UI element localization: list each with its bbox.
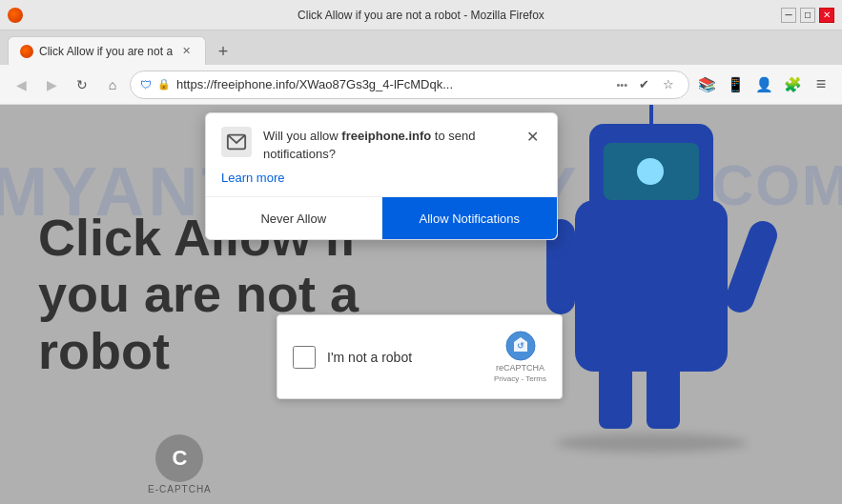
notification-popup: Will you allow freeiphone.info to send n…	[205, 112, 558, 240]
ecaptcha-logo: C E-CAPTCHA	[148, 434, 212, 494]
recaptcha-label: I'm not a robot	[327, 350, 483, 365]
shield-verify-button[interactable]: ✔	[633, 74, 654, 95]
tab-favicon	[20, 45, 33, 58]
bookmarks-button[interactable]: 📚	[693, 71, 720, 98]
notification-icon	[221, 127, 252, 157]
svg-text:↺: ↺	[517, 341, 524, 351]
security-shield-icon: 🛡	[140, 78, 152, 91]
bookmark-button[interactable]: ☆	[658, 74, 679, 95]
maximize-button[interactable]: □	[800, 8, 815, 23]
tab-close-button[interactable]: ✕	[178, 44, 194, 59]
minimize-button[interactable]: ─	[781, 8, 796, 23]
notification-title: Will you allow freeiphone.info to send n…	[263, 129, 476, 161]
title-bar: Click Allow if you are not a robot - Moz…	[0, 0, 842, 30]
browser-icon	[8, 8, 23, 23]
recaptcha-logo-icon: ↺	[505, 331, 536, 361]
nav-right-actions: 📚 📱 👤 🧩 ≡	[693, 71, 834, 98]
synced-tabs-button[interactable]: 📱	[722, 71, 749, 98]
active-tab[interactable]: Click Allow if you are not a ✕	[8, 36, 206, 65]
robot-leg-right	[647, 362, 680, 429]
ecaptcha-label: E-CAPTCHA	[148, 484, 212, 494]
notification-header: Will you allow freeiphone.info to send n…	[221, 127, 542, 163]
url-text: https://freeiphone.info/XWao87Gs3g_4-lFc…	[176, 77, 610, 91]
robot-image	[518, 124, 785, 448]
never-allow-button[interactable]: Never Allow	[206, 197, 382, 239]
recaptcha-checkbox[interactable]	[293, 346, 316, 369]
robot-arm-right	[722, 217, 781, 316]
notification-text: Will you allow freeiphone.info to send n…	[263, 127, 511, 163]
close-button[interactable]: ✕	[819, 8, 834, 23]
menu-button[interactable]: ≡	[808, 71, 834, 98]
address-bar[interactable]: 🛡 🔒 https://freeiphone.info/XWao87Gs3g_4…	[130, 71, 689, 99]
recaptcha-links: Privacy - Terms	[494, 374, 546, 383]
learn-more-link[interactable]: Learn more	[221, 171, 542, 185]
notification-domain: freeiphone.info	[341, 129, 431, 143]
recaptcha-branding: ↺ reCAPTCHA Privacy - Terms	[494, 331, 546, 383]
notification-close-button[interactable]: ✕	[523, 127, 542, 146]
window-title: Click Allow if you are not a robot - Moz…	[0, 9, 842, 22]
address-actions: ✔ ☆	[633, 74, 679, 95]
page-content: MYANTISPYWAY .COM Click Allow if you are…	[0, 105, 842, 504]
recaptcha-box: I'm not a robot ↺ reCAPTCHA Privacy - Te…	[277, 314, 563, 399]
tab-bar: Click Allow if you are not a ✕ +	[0, 30, 842, 65]
ecaptcha-circle-icon: C	[155, 434, 203, 482]
url-ellipsis[interactable]: •••	[616, 79, 627, 91]
robot-shadow	[556, 433, 747, 453]
home-button[interactable]: ⌂	[99, 71, 126, 98]
robot-eye	[637, 158, 664, 185]
window-controls: ─ □ ✕	[781, 8, 834, 23]
nav-bar: ◀ ▶ ↻ ⌂ 🛡 🔒 https://freeiphone.info/XWao…	[0, 65, 842, 105]
new-tab-button[interactable]: +	[210, 38, 236, 65]
reload-button[interactable]: ↻	[69, 71, 95, 98]
robot-body	[575, 200, 728, 372]
robot-antenna	[649, 105, 653, 126]
account-button[interactable]: 👤	[750, 71, 777, 98]
notification-buttons: Never Allow Allow Notifications	[206, 196, 557, 239]
extensions-button[interactable]: 🧩	[779, 71, 806, 98]
back-button[interactable]: ◀	[8, 71, 34, 98]
recaptcha-brand-text: reCAPTCHA	[496, 363, 544, 373]
lock-icon: 🔒	[157, 78, 171, 91]
forward-button[interactable]: ▶	[38, 71, 65, 98]
tab-label: Click Allow if you are not a	[39, 45, 173, 58]
allow-notifications-button[interactable]: Allow Notifications	[382, 197, 558, 239]
robot-visor	[604, 143, 699, 200]
robot-leg-left	[599, 362, 632, 429]
